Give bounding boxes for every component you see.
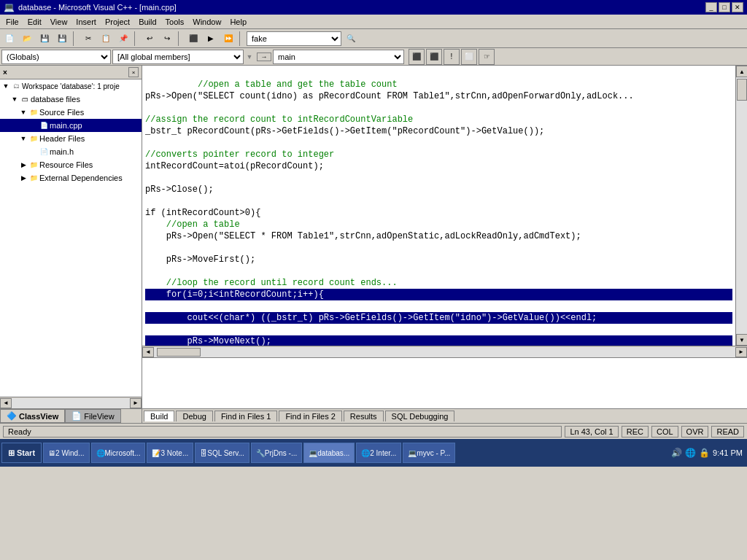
nav-btn-2[interactable]: ⬛	[426, 49, 442, 65]
redo-button[interactable]: ↪	[159, 31, 175, 47]
taskbar-item-4[interactable]: 🔧 PrjDns -...	[251, 443, 302, 463]
copy-button[interactable]: 📋	[98, 31, 114, 47]
taskbar-item-2[interactable]: 📝 3 Note...	[147, 443, 193, 463]
editor-hscroll-left[interactable]: ◄	[142, 347, 154, 357]
expand-maincpp	[29, 122, 38, 129]
fileview-tab[interactable]: 📄 FileView	[65, 409, 120, 423]
taskbar-item-5[interactable]: 💻 databas...	[303, 443, 355, 463]
menu-build[interactable]: Build	[134, 16, 160, 28]
editor-hscroll-right[interactable]: ►	[735, 347, 747, 357]
nav-btn-5[interactable]: ☞	[479, 49, 495, 65]
menu-view[interactable]: View	[46, 16, 72, 28]
code-line-16: pRs->MoveFirst();	[145, 254, 255, 265]
tree-item-workspace[interactable]: ▼ 🗂 Workspace 'database': 1 proje	[0, 79, 142, 93]
expand-external[interactable]: ▶	[19, 174, 28, 182]
editor-area: //open a table and get the table count p…	[142, 66, 747, 423]
tree-item-header[interactable]: ▼ 📁 Header Files	[0, 132, 142, 145]
goto-button[interactable]: →	[257, 52, 271, 61]
toolbar-main: 📄 📂 💾 💾 ✂ 📋 📌 ↩ ↪ ⬛ ▶ ⏩ fake 🔍	[0, 29, 747, 48]
menu-window[interactable]: Window	[188, 16, 225, 28]
build-btn-2[interactable]: ▶	[203, 31, 219, 47]
nav-btn-1[interactable]: ⬛	[409, 49, 425, 65]
start-button[interactable]: ⊞ Start	[1, 443, 42, 463]
cut-button[interactable]: ✂	[80, 31, 96, 47]
taskbar-item-6[interactable]: 🌐 2 Inter...	[356, 443, 401, 463]
vertical-scrollbar[interactable]: ▲ ▼	[735, 66, 747, 346]
nav-btn-3[interactable]: !	[444, 49, 460, 65]
tree-item-database[interactable]: ▼ 🗃 database files	[0, 93, 142, 106]
vscroll-down[interactable]: ▼	[736, 334, 747, 346]
code-editor[interactable]: //open a table and get the table count p…	[142, 66, 735, 346]
taskbar-item-7[interactable]: 💻 myvc - P...	[403, 443, 455, 463]
taskbar-item-1[interactable]: 🌐 Microsoft...	[91, 443, 146, 463]
search-button[interactable]: 🔍	[343, 31, 359, 47]
menu-edit[interactable]: Edit	[23, 16, 46, 28]
expand-source[interactable]: ▼	[19, 109, 28, 116]
tree-item-resource[interactable]: ▶ 📁 Resource Files	[0, 158, 142, 171]
function-combo[interactable]: main	[273, 50, 404, 64]
expand-resource[interactable]: ▶	[19, 161, 28, 168]
menu-project[interactable]: Project	[101, 16, 134, 28]
maximize-button[interactable]: □	[719, 2, 730, 12]
tree-hscroll[interactable]: ◄ ►	[0, 397, 142, 408]
tab-findinfiles1[interactable]: Find in Files 1	[214, 411, 277, 421]
expand-database[interactable]: ▼	[10, 96, 19, 103]
taskbar-label-6: 2 Inter...	[370, 449, 396, 457]
build-btn-3[interactable]: ⏩	[220, 31, 236, 47]
tree-item-source[interactable]: ▼ 📁 Source Files	[0, 106, 142, 119]
status-col: COL	[651, 426, 678, 438]
tab-debug[interactable]: Debug	[176, 411, 212, 421]
tree-item-external[interactable]: ▶ 📁 External Dependencies	[0, 171, 142, 184]
start-label: Start	[17, 448, 35, 457]
configuration-combo[interactable]: fake	[247, 31, 341, 46]
save-button[interactable]: 💾	[36, 31, 53, 47]
scope-combo[interactable]: (Globals)	[1, 50, 111, 64]
paste-button[interactable]: 📌	[115, 31, 131, 47]
expand-header[interactable]: ▼	[19, 135, 28, 142]
taskbar-item-3[interactable]: 🗄 SQL Serv...	[195, 443, 249, 463]
build-btn-1[interactable]: ⬛	[185, 31, 201, 47]
source-folder-icon: 📁	[28, 106, 39, 118]
editor-hscroll-thumb[interactable]	[157, 348, 201, 357]
menubar: File Edit View Insert Project Build Tool…	[0, 15, 747, 29]
classview-tab[interactable]: 🔷 ClassView	[0, 409, 65, 423]
open-button[interactable]: 📂	[19, 31, 35, 47]
code-line-10: pRs->Close();	[145, 184, 214, 195]
tab-findinfiles2[interactable]: Find in Files 2	[279, 411, 341, 421]
tree-item-maincpp[interactable]: 📄 main.cpp	[0, 119, 142, 132]
minimize-button[interactable]: _	[705, 2, 717, 12]
tree-item-mainh[interactable]: 📄 main.h	[0, 145, 142, 158]
taskbar-label-0: 2 Wind...	[55, 449, 84, 457]
members-combo[interactable]: [All global members]	[112, 50, 244, 64]
tab-sqldebugging[interactable]: SQL Debugging	[385, 411, 455, 421]
expand-workspace[interactable]: ▼	[1, 82, 10, 90]
external-folder-icon: 📁	[28, 172, 39, 184]
taskbar-icon-2: 📝	[152, 449, 160, 457]
menu-file[interactable]: File	[1, 16, 23, 28]
sol-close-btn[interactable]: ×	[128, 67, 139, 77]
taskbar-label-3: SQL Serv...	[207, 449, 244, 457]
mainh-label: main.h	[50, 147, 74, 156]
new-button[interactable]: 📄	[1, 31, 18, 47]
nav-btn-4[interactable]: ⬜	[461, 49, 477, 65]
save-all-button[interactable]: 💾	[54, 31, 70, 47]
menu-help[interactable]: Help	[225, 16, 251, 28]
taskbar-label-4: PrjDns -...	[265, 449, 297, 457]
tab-results[interactable]: Results	[344, 411, 384, 421]
status-ovr: OVR	[681, 426, 709, 438]
undo-button[interactable]: ↩	[142, 31, 158, 47]
close-button[interactable]: ✕	[732, 2, 743, 12]
vscroll-thumb[interactable]	[737, 79, 747, 101]
taskbar-icon-4: 🔧	[256, 449, 265, 457]
header-folder-icon: 📁	[28, 133, 39, 144]
tab-build[interactable]: Build	[144, 411, 174, 421]
menu-tools[interactable]: Tools	[161, 16, 189, 28]
menu-insert[interactable]: Insert	[71, 16, 101, 28]
editor-hscroll[interactable]: ◄ ►	[142, 346, 747, 357]
hscroll-left[interactable]: ◄	[0, 398, 12, 408]
taskbar-icon-1: 🌐	[96, 449, 105, 457]
hscroll-right[interactable]: ►	[130, 398, 142, 408]
toolbar-separator-1	[73, 31, 77, 46]
vscroll-up[interactable]: ▲	[736, 66, 747, 77]
taskbar-item-0[interactable]: 🖥 2 Wind...	[43, 443, 89, 463]
